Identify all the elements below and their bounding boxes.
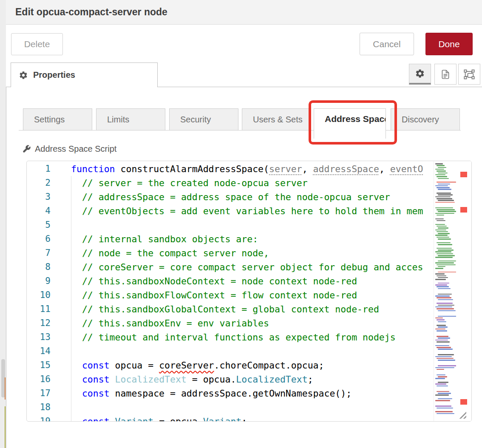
code-token: eventO xyxy=(390,164,423,174)
code-line-19[interactable]: const Variant = opcua.Variant; xyxy=(71,414,434,422)
line-number: 2 xyxy=(27,176,51,190)
code-line-16[interactable]: const LocalizedText = opcua.LocalizedTex… xyxy=(71,372,434,386)
minimap-row xyxy=(438,376,447,377)
description-view-button[interactable] xyxy=(434,64,456,85)
tab-settings[interactable]: Settings xyxy=(23,108,92,130)
minimap-row xyxy=(435,174,445,176)
code-token: function xyxy=(71,164,121,174)
minimap-row xyxy=(437,319,445,320)
code-editor[interactable]: 12345678910111213141516171819 function c… xyxy=(26,161,472,422)
minimap-row xyxy=(438,211,456,212)
section-label-text: Address Space Script xyxy=(35,144,116,154)
code-token xyxy=(110,416,115,422)
minimap-row xyxy=(437,325,446,326)
code-line-5[interactable] xyxy=(71,218,434,232)
minimap-row xyxy=(438,398,452,400)
tab-properties[interactable]: Properties xyxy=(11,62,158,87)
appearance-view-button[interactable] xyxy=(458,64,480,85)
line-number: 12 xyxy=(27,316,51,330)
done-button[interactable]: Done xyxy=(425,33,473,55)
minimap-row xyxy=(438,283,449,284)
code-line-12[interactable]: // this.sandboxEnv = env variables xyxy=(71,316,434,330)
minimap-row xyxy=(437,341,450,343)
cancel-button[interactable]: Cancel xyxy=(360,33,414,55)
code-token xyxy=(71,416,82,422)
code-line-3[interactable]: // addressSpace = address space of the n… xyxy=(71,190,434,204)
minimap-row xyxy=(435,400,450,401)
code-line-2[interactable]: // server = the created node-opcua serve… xyxy=(71,176,434,190)
minimap-row xyxy=(437,297,451,298)
code-line-9[interactable]: // this.sandboxNodeContext = node contex… xyxy=(71,274,434,288)
minimap-row xyxy=(438,299,453,301)
minimap-row xyxy=(435,284,447,286)
code-token: // coreServer = core compact server obje… xyxy=(71,262,423,272)
tab-discovery[interactable]: Discovery xyxy=(391,108,460,130)
line-number: 9 xyxy=(27,274,51,288)
editor-text-area[interactable]: function constructAlarmAddressSpace(serv… xyxy=(71,162,434,422)
minimap-row xyxy=(438,233,450,234)
tab-address-space[interactable]: Address Space xyxy=(314,108,386,139)
code-line-7[interactable]: // node = the compact server node, xyxy=(71,246,434,260)
error-marker[interactable] xyxy=(460,172,467,177)
minimap-row xyxy=(438,167,446,168)
code-line-15[interactable]: const opcua = coreServer.choreCompact.op… xyxy=(71,358,434,372)
properties-tab-label: Properties xyxy=(33,70,75,80)
minimap-row xyxy=(438,173,448,174)
delete-button[interactable]: Delete xyxy=(11,33,63,55)
minimap[interactable] xyxy=(434,161,456,421)
minimap-row xyxy=(438,326,448,328)
code-line-11[interactable]: // this.sandboxGlobalContext = global co… xyxy=(71,302,434,316)
code-line-14[interactable] xyxy=(71,344,434,358)
code-line-18[interactable] xyxy=(71,400,434,414)
code-line-8[interactable]: // coreServer = core compact server obje… xyxy=(71,260,434,274)
minimap-row xyxy=(437,330,447,332)
minimap-row xyxy=(437,369,444,370)
minimap-row xyxy=(435,345,449,346)
minimap-row xyxy=(438,365,456,366)
code-token: const xyxy=(82,374,110,385)
minimap-row xyxy=(435,213,454,214)
line-number: 11 xyxy=(27,302,51,316)
minimap-row xyxy=(438,244,452,245)
minimap-row xyxy=(438,349,453,350)
minimap-row xyxy=(437,176,447,177)
minimap-row xyxy=(435,207,453,209)
properties-view-button[interactable] xyxy=(409,64,431,85)
code-token: const xyxy=(82,360,110,371)
line-number: 13 xyxy=(27,330,51,344)
minimap-row xyxy=(437,198,452,199)
minimap-row xyxy=(437,215,444,216)
code-token: // internal sandbox objects are: xyxy=(71,234,258,244)
code-line-13[interactable]: // timeout and interval functions as exp… xyxy=(71,330,434,344)
gear-icon xyxy=(415,68,425,79)
minimap-row xyxy=(437,374,445,376)
error-marker[interactable] xyxy=(460,207,467,213)
tab-users-sets[interactable]: Users & Sets xyxy=(242,108,311,130)
minimap-row xyxy=(438,194,453,196)
code-token: // eventObjects = add event variables he… xyxy=(71,206,423,216)
code-token: const xyxy=(82,416,110,422)
minimap-row xyxy=(435,329,445,330)
code-token: // node = the compact server node, xyxy=(71,248,269,258)
minimap-row xyxy=(435,378,445,379)
tab-security[interactable]: Security xyxy=(169,108,238,130)
code-line-10[interactable]: // this.sandboxFlowContext = flow contex… xyxy=(71,288,434,302)
code-line-4[interactable]: // eventObjects = add event variables he… xyxy=(71,204,434,218)
error-marker[interactable] xyxy=(460,399,467,405)
code-token: LocalizedText xyxy=(115,374,187,385)
minimap-row xyxy=(437,264,456,266)
code-line-1[interactable]: function constructAlarmAddressSpace(serv… xyxy=(71,162,434,176)
tab-limits[interactable]: Limits xyxy=(96,108,165,130)
minimap-row xyxy=(435,295,450,297)
code-line-17[interactable]: const namespace = addressSpace.getOwnNam… xyxy=(71,386,434,400)
line-number: 6 xyxy=(27,232,51,246)
minimap-row xyxy=(438,310,456,312)
minimap-row xyxy=(438,382,448,383)
minimap-row xyxy=(437,209,455,210)
code-line-6[interactable]: // internal sandbox objects are: xyxy=(71,232,434,246)
minimap-row xyxy=(435,340,448,341)
minimap-row xyxy=(435,230,446,231)
minimap-row xyxy=(435,251,451,252)
wrench-icon xyxy=(22,145,31,153)
code-token: coreServer xyxy=(159,360,214,371)
